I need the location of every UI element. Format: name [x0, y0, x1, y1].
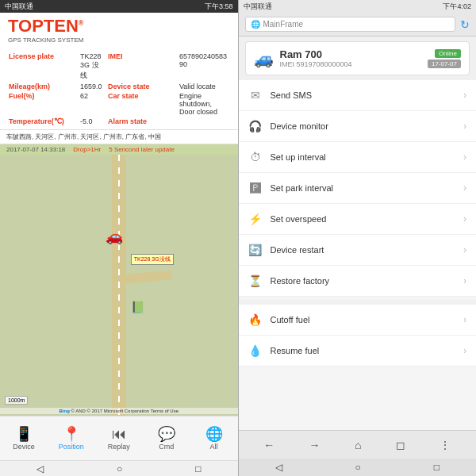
nav-device[interactable]: 📱 Device — [0, 416, 48, 460]
set-park-interval-arrow: › — [463, 182, 466, 194]
alarm-state-label: Alarm state — [106, 117, 177, 126]
mileage-value: 1659.0 — [78, 82, 106, 91]
menu-restore-factory[interactable]: ⏳ Restore factory › — [239, 266, 477, 297]
phone-bottom-right: ◁ ○ □ — [239, 459, 477, 476]
status-bar-right: 中国联通 下午4:02 — [239, 0, 477, 13]
set-overspeed-icon: ⚡ — [248, 213, 263, 225]
send-sms-arrow: › — [463, 90, 466, 101]
device-monitor-icon: 🎧 — [248, 120, 263, 132]
nav-cmd[interactable]: 💬 Cmd — [143, 416, 190, 460]
search-placeholder: MainFrame — [263, 20, 304, 29]
restore-factory-arrow: › — [463, 275, 466, 286]
address-bar: 车陂西路, 天河区, 广州市, 天河区, 广州市, 广东省, 中国 — [0, 130, 238, 144]
phone-bottom-left: ◁ ○ □ — [0, 460, 238, 476]
nav-all[interactable]: 🌐 All — [190, 416, 238, 460]
copyright-text: © AND © 2017 Microsoft Corporation Terms… — [71, 409, 178, 413]
cutoff-fuel-icon: 🔥 — [248, 313, 263, 326]
set-interval-arrow: › — [463, 152, 466, 163]
menu-set-park-interval[interactable]: 🅿 Set park interval › — [239, 173, 477, 204]
map-copyright: Bing © AND © 2017 Microsoft Corporation … — [0, 408, 238, 414]
home-nav-right[interactable]: ⌂ — [348, 436, 367, 455]
time-left: 下午3:58 — [205, 2, 233, 12]
zoom-badge: 1000m — [5, 396, 28, 405]
right-panel: 中国联通 下午4:02 🌐 MainFrame ↻ 🚙 Ram 700 IMEI… — [239, 0, 477, 476]
vehicle-car-icon: 🚙 — [254, 49, 274, 68]
map-update: 5 Sencond later update — [109, 146, 175, 153]
back-btn-left[interactable]: ◁ — [36, 463, 44, 474]
recent-btn-left[interactable]: □ — [195, 463, 201, 474]
position-icon: 📍 — [63, 427, 80, 441]
nav-position-label: Position — [59, 443, 84, 451]
menu-set-overspeed[interactable]: ⚡ Set overspeed › — [239, 204, 477, 235]
replay-icon: ⏮ — [112, 427, 126, 441]
search-globe-icon: 🌐 — [251, 20, 260, 29]
car-label: TK228 3G没线 — [131, 254, 174, 265]
restore-factory-icon: ⏳ — [248, 274, 263, 287]
recent-btn-right[interactable]: □ — [434, 462, 440, 473]
back-btn-right[interactable]: ◁ — [275, 462, 282, 473]
nav-all-label: All — [210, 443, 218, 451]
vehicle-imei: IMEI 59197080000004 — [280, 60, 421, 68]
home-btn-right[interactable]: ○ — [355, 462, 361, 473]
menu-section-2: 🔥 Cutoff fuel › 💧 Resume fuel › — [239, 305, 477, 367]
set-park-interval-icon: 🅿 — [248, 182, 263, 194]
device-restart-icon: 🔄 — [248, 244, 263, 256]
back-nav-right[interactable]: ← — [257, 436, 281, 455]
menu-set-interval[interactable]: ⏱ Set up interval › — [239, 142, 477, 173]
restore-factory-label: Restore factory — [271, 276, 456, 286]
left-panel: 中国联通 下午3:58 TOPTEN® GPS TRACKING SYSTEM … — [0, 0, 238, 476]
menu-cutoff-fuel[interactable]: 🔥 Cutoff fuel › — [239, 305, 477, 336]
vehicle-info-table: License plate TK228 3G 没线 IMEI 657890240… — [0, 48, 238, 130]
resume-fuel-icon: 💧 — [248, 344, 263, 357]
nav-position[interactable]: 📍 Position — [48, 416, 95, 460]
menu-resume-fuel[interactable]: 💧 Resume fuel › — [239, 336, 477, 367]
license-plate-label: License plate — [6, 52, 78, 82]
vehicle-card[interactable]: 🚙 Ram 700 IMEI 59197080000004 Online 17-… — [245, 41, 470, 75]
time-right: 下午4:02 — [443, 2, 471, 12]
vehicle-badges: Online 17-07-07 — [428, 49, 461, 68]
alarm-state-value — [177, 117, 232, 126]
car-marker: 🚗 — [106, 228, 123, 245]
nav-device-label: Device — [13, 443, 35, 451]
device-monitor-label: Device monitor — [271, 121, 456, 131]
bottom-nav: 📱 Device 📍 Position ⏮ Replay 💬 Cmd 🌐 All — [0, 416, 238, 460]
car-state-value: Engine shutdown, Door closed — [177, 91, 232, 117]
menu-device-monitor[interactable]: 🎧 Device monitor › — [239, 111, 477, 142]
search-box[interactable]: 🌐 MainFrame — [245, 17, 456, 32]
tab-nav-right[interactable]: ◻ — [390, 436, 412, 455]
more-nav-right[interactable]: ⋮ — [433, 436, 457, 455]
online-badge: Online — [435, 49, 461, 58]
top-search-bar: 🌐 MainFrame ↻ — [239, 13, 477, 36]
nav-cmd-label: Cmd — [159, 443, 174, 451]
car-state-label: Car state — [106, 91, 177, 117]
menu-send-sms[interactable]: ✉ Send SMS › — [239, 80, 477, 111]
imei-label: IMEI — [106, 52, 177, 82]
set-overspeed-arrow: › — [463, 213, 466, 225]
device-state-label: Device state — [106, 82, 177, 91]
resume-fuel-label: Resume fuel — [271, 346, 456, 355]
device-state-value: Valid locate — [177, 82, 232, 91]
nav-replay[interactable]: ⏮ Replay — [95, 416, 143, 460]
mileage-label: Mileage(km) — [6, 82, 78, 91]
refresh-button[interactable]: ↻ — [460, 18, 470, 31]
map-area[interactable]: 🚗 TK228 3G没线 📗 1000m Bing © AND © 2017 M… — [0, 155, 238, 416]
carrier-left: 中国联通 — [5, 2, 33, 12]
forward-nav-right[interactable]: → — [303, 436, 327, 455]
carrier-right: 中国联通 — [244, 2, 272, 12]
set-park-interval-label: Set park interval — [271, 183, 456, 193]
status-bar-left: 中国联通 下午3:58 — [0, 0, 238, 13]
send-sms-icon: ✉ — [248, 89, 263, 102]
set-overspeed-label: Set overspeed — [271, 214, 456, 224]
nav-replay-label: Replay — [108, 443, 130, 451]
destination-marker: 📗 — [131, 301, 144, 313]
menu-device-restart[interactable]: 🔄 Device restart › — [239, 235, 477, 266]
device-restart-arrow: › — [463, 244, 466, 255]
menu-section-1: ✉ Send SMS › 🎧 Device monitor › ⏱ Set up… — [239, 80, 477, 297]
cmd-icon: 💬 — [158, 427, 175, 441]
set-interval-label: Set up interval — [271, 152, 456, 162]
temp-value: -5.0 — [78, 117, 106, 126]
all-icon: 🌐 — [205, 427, 223, 441]
home-btn-left[interactable]: ○ — [117, 463, 122, 474]
map-header: 2017-07-07 14:33:18 Drop>1Hr 5 Sencond l… — [0, 144, 238, 155]
cutoff-fuel-label: Cutoff fuel — [271, 315, 456, 324]
